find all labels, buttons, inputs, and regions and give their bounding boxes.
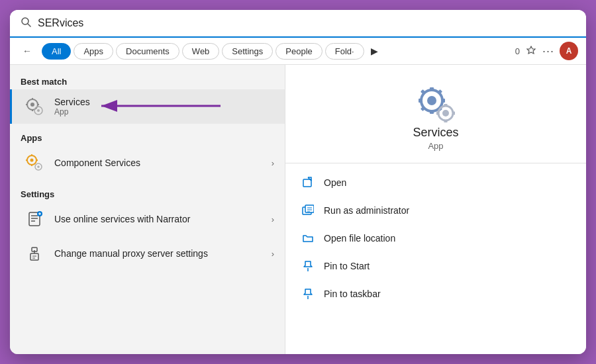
right-app-type: App — [428, 141, 443, 151]
right-panel: Services App Open — [285, 65, 586, 354]
proxy-text: Change manual proxy server settings — [54, 248, 272, 259]
spacer2 — [10, 180, 285, 185]
proxy-item[interactable]: Change manual proxy server settings › — [10, 236, 285, 271]
play-button[interactable]: ▶ — [367, 43, 382, 59]
best-match-text: Services App — [54, 97, 274, 116]
proxy-title: Change manual proxy server settings — [54, 248, 272, 259]
left-panel: Best match Services — [10, 65, 285, 354]
taskbar-icon — [301, 287, 315, 300]
best-match-title: Services — [54, 97, 274, 107]
search-bar: SERvices — [10, 10, 586, 38]
search-icon — [21, 17, 31, 30]
svg-rect-27 — [30, 253, 38, 260]
folder-icon — [301, 232, 315, 245]
open-action[interactable]: Open — [285, 169, 586, 197]
tab-folders[interactable]: Fold· — [325, 43, 364, 60]
search-window: SERvices ← All Apps Documents Web Settin… — [10, 10, 586, 354]
trophy-icon — [525, 45, 537, 57]
open-label: Open — [324, 177, 346, 188]
svg-rect-44 — [444, 104, 448, 107]
svg-point-3 — [30, 103, 34, 107]
component-services-arrow: › — [272, 158, 274, 168]
best-match-subtitle: App — [54, 107, 274, 116]
right-top: Services App — [285, 65, 586, 163]
svg-rect-48 — [303, 179, 311, 187]
svg-rect-35 — [430, 110, 434, 114]
run-as-admin-action[interactable]: Run as administrator — [285, 197, 586, 224]
narrator-item[interactable]: Use online services with Narrator › — [10, 202, 285, 236]
main-content: Best match Services — [10, 65, 586, 354]
best-match-label: Best match — [10, 73, 285, 89]
right-app-name: Services — [413, 126, 458, 140]
svg-rect-51 — [305, 205, 314, 212]
open-icon — [301, 176, 315, 189]
svg-point-33 — [427, 96, 436, 105]
svg-line-1 — [28, 24, 30, 26]
proxy-icon — [23, 242, 46, 265]
pin-to-taskbar-label: Pin to taskbar — [324, 289, 381, 299]
tab-apps[interactable]: Apps — [74, 43, 113, 60]
svg-rect-36 — [419, 99, 422, 103]
pin-to-start-label: Pin to Start — [324, 261, 370, 271]
spacer — [10, 124, 285, 129]
svg-rect-46 — [436, 112, 439, 115]
run-as-admin-label: Run as administrator — [324, 205, 409, 216]
narrator-text: Use online services with Narrator — [54, 214, 272, 224]
pin-icon — [301, 259, 315, 273]
search-input[interactable]: SERvices — [38, 17, 575, 29]
tab-all[interactable]: All — [42, 43, 71, 60]
pin-to-taskbar-action[interactable]: Pin to taskbar — [285, 280, 586, 308]
best-match-item[interactable]: Services App — [10, 89, 285, 124]
svg-point-13 — [30, 159, 34, 162]
svg-point-19 — [37, 165, 40, 168]
svg-point-9 — [37, 109, 40, 112]
services-large-icon — [415, 83, 457, 126]
admin-icon — [301, 204, 315, 217]
open-file-location-action[interactable]: Open file location — [285, 224, 586, 252]
narrator-icon — [23, 207, 46, 231]
right-actions: Open Run as administrator — [285, 163, 586, 354]
settings-label: Settings — [10, 185, 285, 202]
open-file-location-label: Open file location — [324, 233, 395, 244]
component-services-title: Component Services — [54, 158, 272, 168]
narrator-title: Use online services with Narrator — [54, 214, 272, 224]
back-button[interactable]: ← — [18, 42, 36, 60]
apps-label: Apps — [10, 129, 285, 146]
tab-documents[interactable]: Documents — [116, 43, 179, 60]
filter-right: 0 ··· A — [515, 42, 578, 60]
avatar[interactable]: A — [560, 42, 578, 60]
services-icon — [23, 95, 46, 118]
tab-people[interactable]: People — [275, 43, 322, 60]
component-services-item[interactable]: Component Services › — [10, 146, 285, 180]
filter-bar: ← All Apps Documents Web Settings People… — [10, 38, 586, 65]
svg-point-43 — [442, 110, 449, 116]
narrator-arrow: › — [272, 214, 274, 224]
proxy-arrow: › — [272, 249, 274, 259]
component-services-icon — [23, 151, 46, 175]
svg-rect-47 — [452, 112, 455, 115]
tab-web[interactable]: Web — [182, 43, 220, 60]
svg-rect-45 — [444, 120, 448, 122]
svg-rect-37 — [441, 99, 445, 103]
component-services-text: Component Services — [54, 158, 272, 168]
tab-settings[interactable]: Settings — [222, 43, 273, 60]
pin-to-start-action[interactable]: Pin to Start — [285, 252, 586, 280]
svg-rect-34 — [430, 87, 434, 91]
more-button[interactable]: ··· — [542, 44, 554, 58]
result-count: 0 — [515, 46, 520, 56]
